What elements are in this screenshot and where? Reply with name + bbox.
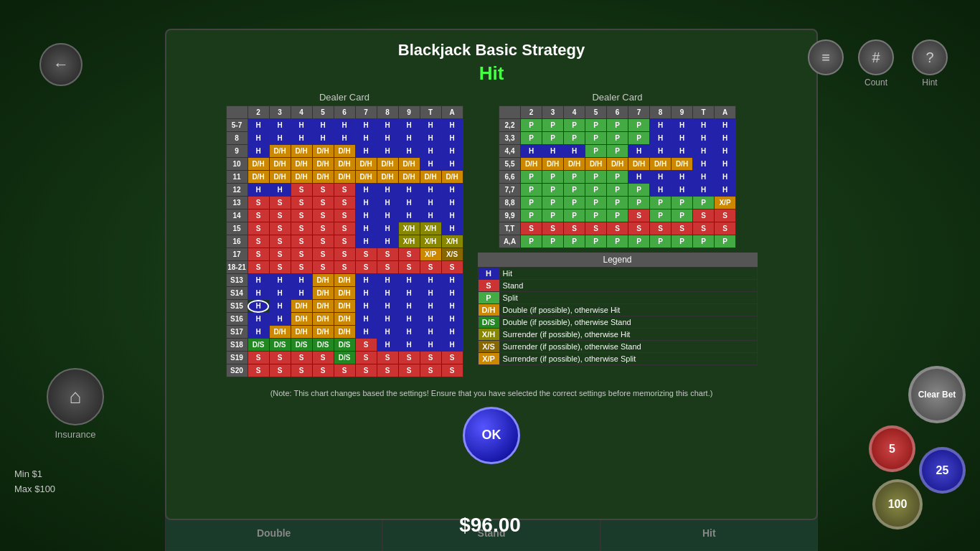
strategy-cell: S: [291, 261, 312, 274]
legend-code: D/S: [478, 316, 499, 329]
strategy-cell: H: [312, 119, 334, 132]
strategy-cell: S: [542, 222, 564, 235]
strategy-cell: S: [291, 364, 312, 377]
row-header: 4,4: [499, 145, 521, 158]
hash-icon: #: [872, 50, 880, 66]
strategy-cell: P: [542, 184, 564, 197]
max-label: Max $100: [14, 482, 55, 497]
strategy-cell: H: [441, 158, 463, 171]
strategy-cell: S: [334, 364, 355, 377]
strategy-cell: S: [377, 261, 398, 274]
strategy-cell: P: [564, 209, 585, 222]
home-button[interactable]: ⌂: [47, 368, 104, 425]
strategy-cell: H: [248, 184, 269, 197]
strategy-cell: X/P: [420, 248, 441, 261]
legend-table: HHitSStandPSplitD/HDouble (if possible),…: [478, 267, 758, 365]
table-row: 12HHSSSHHHHH: [226, 184, 463, 197]
col-header: 2: [521, 106, 542, 119]
strategy-cell: H: [441, 145, 463, 158]
strategy-cell: H: [377, 119, 398, 132]
strategy-cell: H: [441, 197, 463, 209]
strategy-cell: D/H: [334, 158, 355, 171]
row-header: T,T: [499, 222, 521, 235]
strategy-cell: S: [334, 209, 355, 222]
strategy-cell: D/H: [312, 145, 334, 158]
strategy-cell: H: [715, 171, 736, 184]
strategy-cell: S: [312, 364, 334, 377]
strategy-cell: P: [585, 235, 607, 248]
col-header: 5: [312, 106, 334, 119]
strategy-cell: D/H: [564, 158, 585, 171]
col-header: 7: [628, 106, 650, 119]
strategy-cell: D/H: [334, 171, 355, 184]
strategy-cell: P: [521, 119, 542, 132]
strategy-cell: H: [291, 274, 312, 287]
note-text: (Note: This chart changes based the sett…: [270, 387, 713, 400]
strategy-cell: S: [334, 248, 355, 261]
strategy-cell: P: [607, 171, 628, 184]
strategy-cell: H: [312, 132, 334, 145]
col-header: T: [693, 106, 715, 119]
strategy-cell: S: [248, 364, 269, 377]
strategy-cell: H: [715, 158, 736, 171]
strategy-cell: H: [248, 119, 269, 132]
legend-code: X/H: [478, 329, 499, 341]
strategy-cell: D/H: [542, 158, 564, 171]
strategy-cell: H: [441, 209, 463, 222]
strategy-cell: D/H: [650, 158, 672, 171]
strategy-cell: P: [521, 197, 542, 209]
strategy-cell: S: [377, 364, 398, 377]
strategy-cell: S: [420, 261, 441, 274]
hint-button[interactable]: ?: [912, 39, 948, 75]
strategy-cell: S: [585, 222, 607, 235]
menu-button-area: ≡: [808, 39, 844, 75]
strategy-cell: P: [521, 171, 542, 184]
legend-item: D/HDouble (if possible), otherwise Hit: [478, 304, 757, 316]
row-header: 6,6: [499, 171, 521, 184]
strategy-cell: D/H: [628, 158, 650, 171]
strategy-cell: H: [628, 171, 650, 184]
chip-25[interactable]: 25: [919, 447, 966, 494]
row-header: 7,7: [499, 184, 521, 197]
strategy-cell: H: [441, 222, 463, 235]
strategy-cell: H: [542, 145, 564, 158]
strategy-cell: H: [398, 184, 420, 197]
strategy-cell: D/H: [291, 145, 312, 158]
chip-5[interactable]: 5: [869, 425, 915, 472]
row-header: S14: [226, 287, 248, 300]
strategy-cell: H: [355, 145, 377, 158]
table-row: 17SSSSSSSSX/PX/S: [226, 248, 463, 261]
strategy-cell: S: [650, 222, 672, 235]
strategy-cell: X/H: [441, 235, 463, 248]
strategy-cell: H: [441, 300, 463, 313]
legend-code: S: [478, 280, 499, 292]
ok-button[interactable]: OK: [463, 407, 520, 464]
strategy-cell: P: [564, 184, 585, 197]
strategy-cell: S: [269, 261, 291, 274]
strategy-cell: P: [564, 235, 585, 248]
strategy-cell: P: [564, 132, 585, 145]
strategy-cell: S: [312, 184, 334, 197]
table-row: S14HHHD/HD/HHHHHH: [226, 287, 463, 300]
strategy-cell: D/H: [420, 171, 441, 184]
strategy-cell: H: [377, 209, 398, 222]
strategy-cell: H: [398, 209, 420, 222]
strategy-cell: H: [248, 326, 269, 339]
legend-item: X/HSurrender (if possible), otherwise Hi…: [478, 329, 757, 341]
strategy-cell: D/H: [398, 158, 420, 171]
strategy-cell: H: [377, 197, 398, 209]
clear-bet-chip[interactable]: Clear Bet: [908, 366, 966, 423]
row-header: 10: [226, 158, 248, 171]
strategy-cell: P: [672, 197, 693, 209]
menu-button[interactable]: ≡: [808, 39, 844, 75]
strategy-cell: H: [441, 274, 463, 287]
legend-container: Legend HHitSStandPSplitD/HDouble (if pos…: [478, 253, 758, 365]
strategy-cell: D/H: [291, 300, 312, 313]
strategy-cell: H: [377, 300, 398, 313]
strategy-cell: H: [398, 287, 420, 300]
count-button[interactable]: #: [858, 39, 894, 75]
strategy-cell: H: [441, 119, 463, 132]
strategy-cell: S: [248, 352, 269, 364]
strategy-cell: P: [607, 119, 628, 132]
back-button[interactable]: ←: [39, 43, 83, 86]
